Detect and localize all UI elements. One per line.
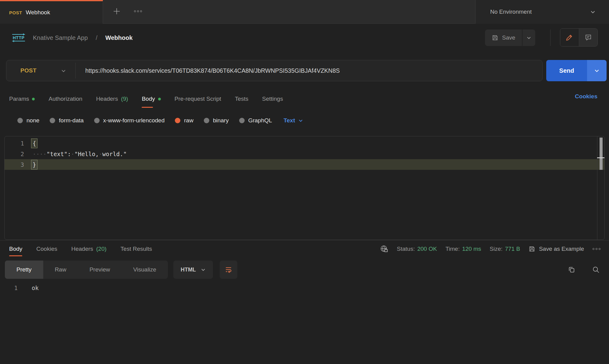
- scrollbar-thumb[interactable]: [600, 138, 603, 159]
- tab-settings-label: Settings: [262, 96, 283, 102]
- json-key-token: "text":: [47, 151, 71, 157]
- tab-params-label: Params: [9, 96, 29, 102]
- environment-selector[interactable]: No Environment: [475, 0, 609, 24]
- request-body-editor[interactable]: 1 { 2 ····"text":·"Hello,·world." 3 }: [4, 136, 605, 240]
- comments-button[interactable]: [579, 29, 598, 46]
- header-divider: [550, 30, 551, 46]
- tab-body[interactable]: Body: [142, 90, 161, 108]
- open-brace-token: {: [31, 138, 37, 148]
- raw-format-selector[interactable]: Text: [284, 117, 303, 124]
- breadcrumb-separator: /: [96, 34, 97, 41]
- tab-pre-request-script[interactable]: Pre-request Script: [175, 90, 221, 108]
- tab-authorization[interactable]: Authorization: [48, 90, 82, 108]
- save-button-label: Save: [502, 34, 515, 41]
- radio-binary[interactable]: binary: [204, 117, 229, 124]
- response-body-text: ok: [28, 285, 39, 291]
- comment-icon: [585, 34, 592, 41]
- postman-app-window: POST Webhook No Environment HTTP Knative…: [0, 0, 609, 364]
- response-format-dropdown[interactable]: HTML: [173, 261, 213, 279]
- floppy-icon: [492, 34, 498, 41]
- url-bar: POST https://hooks.slack.com/services/T0…: [6, 60, 543, 81]
- method-selector[interactable]: POST: [6, 67, 75, 74]
- editor-scrollbar[interactable]: [597, 136, 604, 240]
- globe-lock-icon[interactable]: [380, 245, 388, 253]
- radio-form-data[interactable]: form-data: [50, 117, 83, 124]
- response-tab-body-label: Body: [9, 246, 22, 252]
- tab-body-label: Body: [142, 96, 155, 102]
- body-green-dot: [158, 98, 161, 100]
- response-toolbar: Pretty Raw Preview Visualize HTML: [5, 261, 600, 279]
- editor-line-3-current[interactable]: 3 }: [5, 159, 604, 170]
- wrap-line-button[interactable]: [220, 261, 237, 279]
- tab-bar-actions: [107, 0, 142, 23]
- response-meta-bar: Status: 200 OK Time: 120 ms Size: 771 B …: [380, 240, 600, 257]
- response-tab-headers[interactable]: Headers (20): [71, 240, 107, 257]
- response-tab-cookies[interactable]: Cookies: [36, 240, 57, 257]
- tab-settings[interactable]: Settings: [262, 90, 283, 108]
- response-headers-count: (20): [96, 246, 107, 252]
- radio-raw-label: raw: [184, 117, 193, 124]
- http-protocol-icon: HTTP: [12, 34, 25, 41]
- more-tabs-button[interactable]: [134, 10, 142, 12]
- cookies-link[interactable]: Cookies: [575, 93, 597, 100]
- response-tab-body[interactable]: Body: [9, 240, 22, 257]
- response-tab-cookies-label: Cookies: [36, 246, 57, 252]
- size-value: 771 B: [505, 246, 520, 252]
- tab-params[interactable]: Params: [9, 90, 35, 108]
- radio-x-www-form-urlencoded-label: x-www-form-urlencoded: [103, 117, 165, 124]
- open-request-tab[interactable]: POST Webhook: [0, 0, 103, 24]
- editor-line-2[interactable]: 2 ····"text":·"Hello,·world.": [5, 149, 604, 159]
- response-view-mode-control: Pretty Raw Preview Visualize: [5, 261, 168, 279]
- radio-graphql-label: GraphQL: [248, 117, 272, 124]
- url-input[interactable]: https://hooks.slack.com/services/T06TD83…: [76, 67, 340, 74]
- radio-binary-circle: [204, 118, 209, 123]
- save-as-example-button[interactable]: Save as Example: [529, 246, 584, 252]
- time-value: 120 ms: [462, 246, 481, 252]
- radio-x-www-form-urlencoded[interactable]: x-www-form-urlencoded: [94, 117, 165, 124]
- save-button[interactable]: Save: [485, 30, 522, 46]
- view-mode-pretty[interactable]: Pretty: [5, 261, 43, 279]
- radio-raw-circle-selected: [175, 118, 180, 123]
- radio-graphql[interactable]: GraphQL: [239, 117, 272, 124]
- indent-whitespace-dots: ····: [33, 151, 47, 157]
- send-options-chevron[interactable]: [587, 60, 607, 81]
- headers-count: (9): [121, 96, 128, 102]
- response-tab-test-results-label: Test Results: [121, 246, 152, 252]
- tab-pre-request-script-label: Pre-request Script: [175, 96, 221, 102]
- response-more-options-button[interactable]: [593, 248, 600, 250]
- chevron-down-icon: [298, 118, 303, 123]
- radio-form-data-label: form-data: [59, 117, 83, 124]
- wrap-text-icon: [225, 266, 232, 274]
- view-mode-visualize[interactable]: Visualize: [122, 261, 168, 279]
- method-label: POST: [20, 67, 37, 74]
- size-indicator[interactable]: Size: 771 B: [490, 246, 520, 252]
- time-indicator[interactable]: Time: 120 ms: [445, 246, 481, 252]
- save-options-chevron[interactable]: [522, 30, 535, 46]
- copy-response-button[interactable]: [568, 266, 575, 274]
- tab-tests[interactable]: Tests: [235, 90, 248, 108]
- scrollbar-thumb-current-line[interactable]: [600, 158, 603, 170]
- radio-binary-label: binary: [213, 117, 229, 124]
- floppy-icon: [529, 246, 535, 252]
- editor-line-1[interactable]: 1 {: [5, 138, 604, 149]
- send-button[interactable]: Send: [546, 60, 587, 81]
- search-response-button[interactable]: [592, 266, 600, 274]
- breadcrumb-request-name[interactable]: Webhook: [105, 34, 133, 41]
- pencil-icon: [566, 34, 573, 41]
- radio-graphql-circle: [239, 118, 245, 123]
- breadcrumb-collection[interactable]: Knative Sample App: [33, 34, 88, 41]
- view-mode-raw[interactable]: Raw: [43, 261, 78, 279]
- radio-raw[interactable]: raw: [175, 117, 193, 124]
- response-body-viewer[interactable]: 1 ok: [0, 282, 609, 294]
- edit-request-button[interactable]: [560, 29, 579, 46]
- status-indicator[interactable]: Status: 200 OK: [397, 246, 437, 252]
- radio-none[interactable]: none: [17, 117, 39, 124]
- response-format-label: HTML: [181, 267, 196, 273]
- view-mode-preview[interactable]: Preview: [78, 261, 122, 279]
- save-as-example-label: Save as Example: [539, 246, 584, 252]
- new-tab-button[interactable]: [113, 7, 121, 15]
- response-tab-test-results[interactable]: Test Results: [121, 240, 152, 257]
- save-button-group: Save: [485, 30, 535, 46]
- time-label: Time:: [445, 246, 460, 252]
- tab-headers[interactable]: Headers (9): [96, 90, 128, 108]
